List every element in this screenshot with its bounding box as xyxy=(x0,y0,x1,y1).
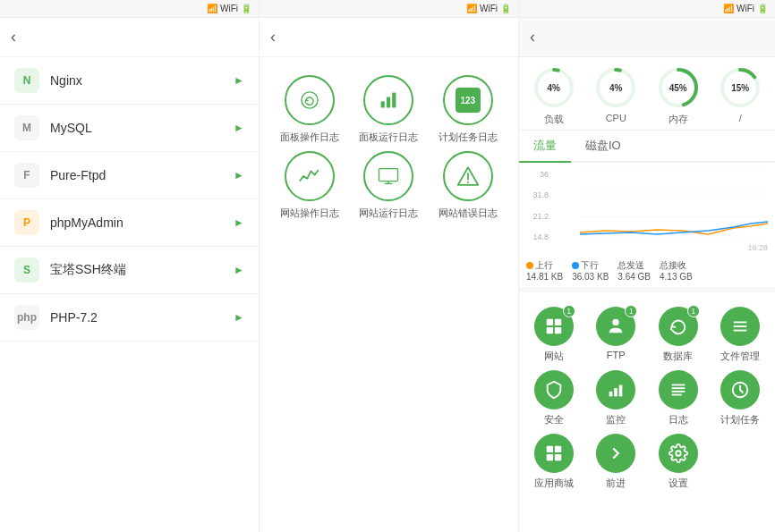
app-item-Nginx[interactable]: NNginx► xyxy=(0,57,259,105)
tool-网站[interactable]: 1网站 xyxy=(526,307,582,363)
svg-rect-23 xyxy=(555,319,561,325)
log-item-2[interactable]: 123计划任务日志 xyxy=(432,75,504,144)
tool-icon-circle-3 xyxy=(720,307,760,346)
tool-FTP[interactable]: 1FTP xyxy=(589,307,644,363)
tools-grid: 1网站1FTP1数据库文件管理安全监控日志计划任务应用商城前进设置 xyxy=(526,307,768,490)
legend-total-send-label: 总发送 xyxy=(617,259,644,272)
tab-disk-io[interactable]: 磁盘IO xyxy=(571,131,635,163)
app-name-0: Nginx xyxy=(50,73,234,88)
gauge-label-CPU: CPU xyxy=(606,113,626,123)
battery-icon-2: 🔋 xyxy=(500,4,511,13)
app-icon-Pure-Ftpd: F xyxy=(14,163,39,188)
tool-前进[interactable]: 前进 xyxy=(589,434,644,490)
app-icon-Nginx: N xyxy=(14,68,39,93)
app-name-2: Pure-Ftpd xyxy=(50,168,234,182)
tool-数据库[interactable]: 1数据库 xyxy=(651,307,706,363)
upload-dot xyxy=(526,262,533,269)
legend-download: 下行 36.03 KB xyxy=(572,259,609,282)
gauge-内存: 45% 内存 xyxy=(647,64,710,126)
svg-rect-39 xyxy=(555,446,561,452)
status-bar-1: 📶 WiFi 🔋 xyxy=(0,0,259,18)
tool-安全[interactable]: 安全 xyxy=(526,370,582,426)
tool-icon-circle-10 xyxy=(659,434,698,473)
svg-point-42 xyxy=(676,451,681,456)
tool-label-8: 应用商城 xyxy=(534,477,574,490)
svg-rect-24 xyxy=(547,327,553,334)
legend-total-send: 总发送 3.64 GB xyxy=(617,259,651,282)
tool-监控[interactable]: 监控 xyxy=(589,370,644,426)
tool-icon-wrap-9 xyxy=(596,434,635,473)
svg-rect-41 xyxy=(555,454,561,460)
app-management-panel: 📶 WiFi 🔋 ‹ NNginx►MMySQL►FPure-Ftpd►Pphp… xyxy=(0,0,260,532)
legend-download-value: 36.03 KB xyxy=(572,272,609,282)
tool-日志[interactable]: 日志 xyxy=(651,370,706,426)
log-icon-3 xyxy=(285,151,335,201)
legend-upload-label: 上行 xyxy=(535,259,553,272)
svg-rect-2 xyxy=(387,97,390,108)
svg-point-26 xyxy=(613,319,619,325)
battery-icon-1: 🔋 xyxy=(241,4,251,13)
app-item-MySQL[interactable]: MMySQL► xyxy=(0,105,259,152)
app-arrow-3: ► xyxy=(234,216,244,229)
wifi-icon-2: WiFi xyxy=(480,4,498,13)
download-dot xyxy=(572,262,579,269)
log-item-0[interactable]: 面板操作日志 xyxy=(274,75,345,144)
tool-计划任务[interactable]: 计划任务 xyxy=(713,370,769,426)
back-button-1[interactable]: ‹ xyxy=(11,28,16,46)
log-icon-2: 123 xyxy=(443,75,493,125)
gauge-circle-负载: 4% xyxy=(531,64,577,111)
log-label-0: 面板操作日志 xyxy=(280,131,339,144)
log-panel: 📶 WiFi 🔋 ‹ 面板操作日志面板运行日志123计划任务日志网站操作日志网站… xyxy=(260,0,519,532)
tool-icon-circle-9 xyxy=(596,434,635,473)
tool-icon-circle-6 xyxy=(659,370,698,410)
log-label-3: 网站操作日志 xyxy=(280,207,339,220)
app-item-phpMyAdmin[interactable]: PphpMyAdmin► xyxy=(0,199,259,247)
tool-icon-circle-7 xyxy=(720,370,760,410)
svg-point-9 xyxy=(467,182,469,183)
gauge-row: 4% 负载 4% CPU 45% 内存 15% / xyxy=(519,57,775,131)
log-header: ‹ xyxy=(260,18,518,57)
app-icon-MySQL: M xyxy=(14,115,39,140)
app-arrow-2: ► xyxy=(234,169,244,182)
log-item-1[interactable]: 面板运行日志 xyxy=(353,75,424,144)
signal-icon-2: 📶 xyxy=(466,4,477,13)
gauge-label-内存: 内存 xyxy=(669,113,688,126)
tool-icon-wrap-7 xyxy=(720,370,760,410)
gauge-负载: 4% 负载 xyxy=(523,64,585,126)
log-item-4[interactable]: 网站运行日志 xyxy=(353,151,424,220)
gauge-CPU: 4% CPU xyxy=(585,64,648,126)
app-list: NNginx►MMySQL►FPure-Ftpd►PphpMyAdmin►S宝塔… xyxy=(0,57,259,532)
log-item-5[interactable]: 网站错误日志 xyxy=(432,151,504,220)
app-item-Pure-Ftpd[interactable]: FPure-Ftpd► xyxy=(0,152,259,199)
tool-badge-0: 1 xyxy=(563,305,575,317)
app-item-PHP-7.2[interactable]: phpPHP-7.2► xyxy=(0,294,259,342)
log-label-2: 计划任务日志 xyxy=(439,131,498,144)
svg-rect-25 xyxy=(555,327,561,334)
chart-y-36: 36 xyxy=(526,170,549,179)
svg-rect-22 xyxy=(547,319,553,325)
tool-设置[interactable]: 设置 xyxy=(651,434,706,490)
tool-icon-wrap-1: 1 xyxy=(596,307,635,346)
app-management-header: ‹ xyxy=(0,18,259,57)
tool-label-7: 计划任务 xyxy=(720,413,760,426)
tool-文件管理[interactable]: 文件管理 xyxy=(713,307,769,363)
app-icon-PHP-7.2: php xyxy=(14,305,39,330)
log-item-3[interactable]: 网站操作日志 xyxy=(274,151,345,220)
gauge-label-负载: 负载 xyxy=(544,113,564,126)
legend-total-recv: 总接收 4.13 GB xyxy=(660,259,693,282)
signal-icon-3: 📶 xyxy=(723,4,734,13)
svg-point-0 xyxy=(302,92,318,108)
back-button-2[interactable]: ‹ xyxy=(270,28,276,46)
tool-label-2: 数据库 xyxy=(663,350,693,363)
back-button-3[interactable]: ‹ xyxy=(530,28,535,46)
app-arrow-0: ► xyxy=(234,74,244,87)
tool-label-0: 网站 xyxy=(544,350,564,363)
tab-traffic[interactable]: 流量 xyxy=(519,131,571,163)
tool-应用商城[interactable]: 应用商城 xyxy=(526,434,582,490)
dashboard-panel: 📶 WiFi 🔋 ‹ 4% 负载 4% CPU xyxy=(519,0,775,532)
gauge-circle-/: 15% xyxy=(717,64,763,111)
gauge-value-CPU: 4% xyxy=(609,83,622,93)
app-item-宝塔SSH终端[interactable]: S宝塔SSH终端► xyxy=(0,247,259,294)
legend-upload-value: 14.81 KB xyxy=(526,272,563,282)
svg-rect-3 xyxy=(393,93,396,108)
